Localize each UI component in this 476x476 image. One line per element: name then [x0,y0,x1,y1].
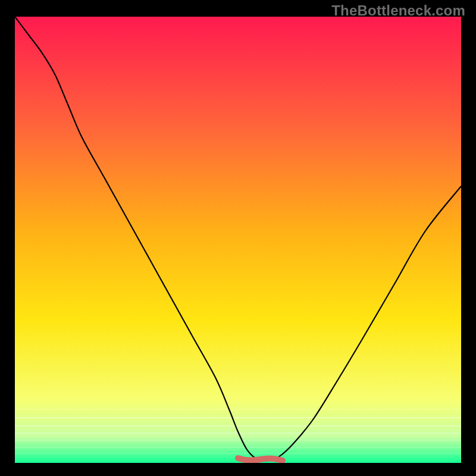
bottleneck-chart [15,17,461,463]
gradient-background [15,17,461,463]
chart-svg [15,17,461,463]
optimal-range-marker [238,458,283,461]
figure-frame: TheBottleneck.com [0,0,476,476]
